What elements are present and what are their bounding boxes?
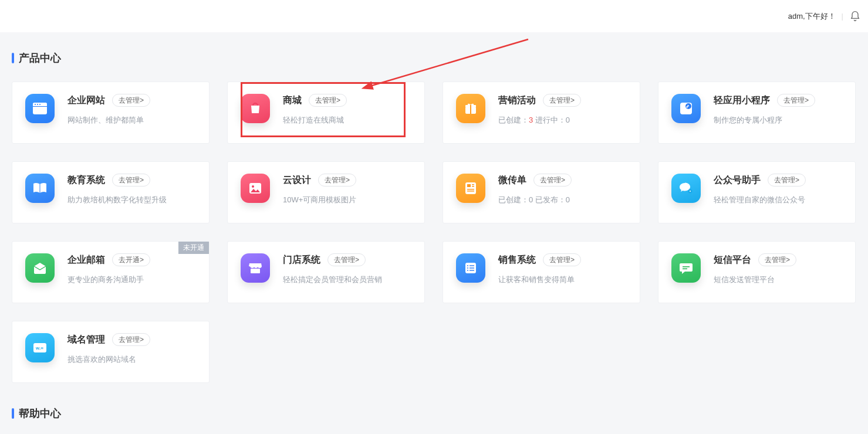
- card-title: 微传单: [498, 174, 526, 187]
- section-title-products: 产品中心: [12, 51, 856, 65]
- card-desc: 更专业的商务沟通助手: [67, 274, 150, 285]
- card-title: 教育系统: [67, 174, 105, 187]
- svg-point-27: [467, 270, 468, 271]
- card-title: 销售系统: [498, 254, 536, 266]
- manage-button[interactable]: 去管理>: [543, 94, 581, 107]
- card-desc: 网站制作、维护都简单: [67, 115, 150, 126]
- card-desc: 助力教培机构数字化转型升级: [67, 195, 167, 205]
- svg-point-3: [37, 104, 38, 105]
- image-icon: [241, 174, 270, 203]
- card-marketing[interactable]: 营销活动 去管理> 已创建：3 进行中：0: [443, 82, 640, 144]
- card-desc: 10W+可商用模板图片: [283, 195, 356, 205]
- svg-rect-29: [683, 266, 690, 267]
- store-icon: [241, 253, 270, 283]
- card-desc: 轻松打造在线商城: [283, 115, 347, 126]
- svg-rect-17: [472, 186, 474, 187]
- svg-rect-30: [683, 269, 687, 270]
- card-title: 云设计: [283, 174, 311, 187]
- notification-bell-icon[interactable]: [849, 11, 861, 22]
- card-title: 短信平台: [714, 254, 751, 266]
- svg-point-25: [467, 267, 468, 269]
- svg-rect-8: [470, 105, 471, 114]
- card-cloud-design[interactable]: 云设计 去管理> 10W+可商用模板图片: [227, 161, 425, 223]
- card-sales[interactable]: 销售系统 去管理> 让获客和销售变得简单: [443, 241, 640, 303]
- svg-rect-15: [467, 184, 471, 187]
- card-flyer[interactable]: 微传单 去管理> 已创建：0 已发布：0: [443, 161, 640, 223]
- svg-point-4: [39, 104, 40, 105]
- card-title: 企业网站: [67, 94, 105, 107]
- card-store[interactable]: 门店系统 去管理> 轻松搞定会员管理和会员营销: [227, 241, 425, 303]
- miniapp-icon: [671, 94, 701, 123]
- manage-button[interactable]: 去管理>: [327, 253, 366, 266]
- card-education[interactable]: 教育系统 去管理> 助力教培机构数字化转型升级: [12, 161, 210, 223]
- manage-button[interactable]: 去管理>: [112, 94, 150, 107]
- manage-button[interactable]: 去管理>: [768, 174, 806, 187]
- products-grid: 企业网站 去管理> 网站制作、维护都简单 商城 去管理> 轻松打造在线商城: [12, 82, 856, 383]
- manage-button[interactable]: 去管理>: [309, 94, 347, 107]
- manage-button[interactable]: 去管理>: [112, 174, 150, 187]
- section-title-help: 帮助中心: [12, 406, 856, 421]
- svg-rect-5: [33, 106, 47, 107]
- browser-window-icon: [25, 94, 55, 123]
- card-desc: 已创建：3 进行中：0: [498, 115, 581, 126]
- svg-rect-16: [472, 184, 474, 185]
- svg-rect-26: [470, 267, 474, 268]
- svg-rect-28: [470, 270, 474, 270]
- card-miniapp[interactable]: 轻应用小程序 去管理> 制作您的专属小程序: [658, 82, 856, 144]
- card-desc: 轻松管理自家的微信公众号: [714, 195, 806, 205]
- manage-button[interactable]: 去管理>: [777, 94, 815, 107]
- envelope-icon: [25, 253, 55, 283]
- book-icon: [25, 174, 55, 203]
- card-desc: 轻松搞定会员管理和会员营销: [283, 274, 382, 285]
- list-icon: [456, 253, 485, 283]
- svg-rect-19: [467, 191, 474, 192]
- manage-button[interactable]: 去管理>: [112, 333, 150, 346]
- badge-not-open: 未开通: [178, 242, 209, 254]
- card-title: 门店系统: [283, 254, 320, 266]
- card-desc: 让获客和销售变得简单: [498, 274, 581, 285]
- svg-rect-18: [467, 189, 474, 190]
- card-enterprise-site[interactable]: 企业网站 去管理> 网站制作、维护都简单: [12, 82, 210, 144]
- card-desc: 挑选喜欢的网站域名: [67, 354, 150, 365]
- wechat-icon: [671, 174, 701, 203]
- svg-rect-24: [470, 265, 474, 266]
- svg-point-13: [252, 185, 254, 188]
- manage-button[interactable]: 去管理>: [543, 253, 581, 266]
- card-title: 公众号助手: [714, 174, 761, 187]
- svg-point-23: [467, 265, 468, 266]
- svg-text:w.=: w.=: [35, 345, 43, 351]
- manage-button[interactable]: 去管理>: [318, 174, 356, 187]
- card-title: 商城: [283, 94, 302, 107]
- top-bar: adm,下午好！ |: [0, 0, 868, 32]
- card-email[interactable]: 未开通 企业邮箱 去开通> 更专业的商务沟通助手: [12, 241, 210, 303]
- card-title: 域名管理: [67, 334, 105, 346]
- card-title: 企业邮箱: [67, 254, 105, 266]
- card-desc: 制作您的专属小程序: [714, 115, 815, 126]
- open-button[interactable]: 去开通>: [112, 253, 150, 266]
- card-mall[interactable]: 商城 去管理> 轻松打造在线商城: [227, 82, 425, 144]
- card-title: 营销活动: [498, 94, 536, 107]
- chat-bubble-icon: [671, 253, 701, 283]
- svg-point-2: [35, 104, 36, 105]
- gift-icon: [456, 94, 485, 123]
- svg-rect-21: [251, 269, 260, 273]
- greeting-text: adm,下午好！: [788, 11, 836, 22]
- card-wechat-helper[interactable]: 公众号助手 去管理> 轻松管理自家的微信公众号: [658, 161, 856, 223]
- card-title: 轻应用小程序: [714, 94, 770, 107]
- manage-button[interactable]: 去管理>: [758, 253, 796, 266]
- card-desc: 已创建：0 已发布：0: [498, 195, 572, 205]
- flyer-icon: [456, 174, 485, 203]
- domain-card-icon: w.=: [25, 333, 55, 362]
- manage-button[interactable]: 去管理>: [533, 174, 572, 187]
- card-desc: 短信发送管理平台: [714, 274, 796, 285]
- separator: |: [842, 12, 843, 21]
- card-sms[interactable]: 短信平台 去管理> 短信发送管理平台: [658, 241, 856, 303]
- card-domain[interactable]: w.= 域名管理 去管理> 挑选喜欢的网站域名: [12, 321, 210, 383]
- shopping-bag-icon: [241, 94, 270, 123]
